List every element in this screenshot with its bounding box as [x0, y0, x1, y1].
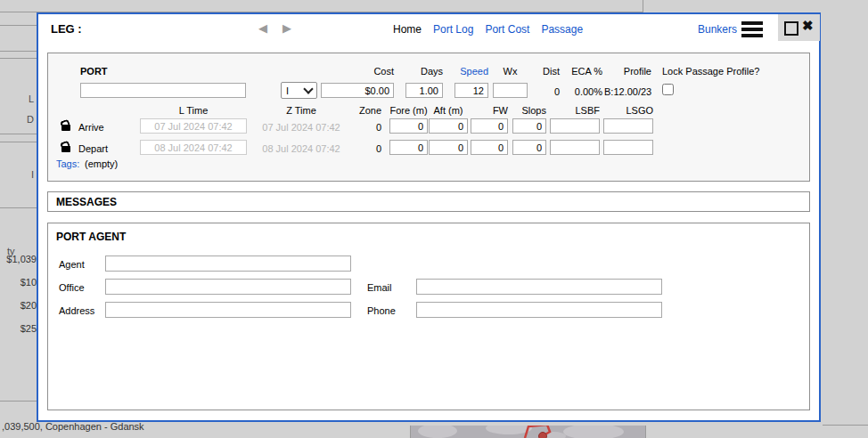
bg-divider — [0, 401, 37, 402]
bg-divider — [0, 51, 37, 52]
arrive-aft-input[interactable] — [429, 118, 468, 134]
arrive-ltime-input[interactable] — [140, 118, 247, 134]
lock-passage-checkbox[interactable] — [662, 84, 674, 95]
messages-section: MESSAGES — [47, 191, 810, 212]
tags-value: (empty) — [85, 158, 118, 169]
port-section: PORT I Cost Days Speed Wx Dist 0 ECA % 0… — [47, 53, 810, 182]
bg-amount: $10 — [0, 277, 37, 288]
bg-divider — [0, 25, 37, 26]
profile-value: B:12.00/23 — [604, 86, 651, 97]
aft-header: Aft (m) — [429, 105, 468, 116]
close-icon[interactable]: ✖ — [802, 18, 814, 34]
address-label: Address — [59, 305, 94, 316]
tags-link[interactable]: Tags: — [56, 158, 79, 169]
bg-divider — [0, 207, 37, 208]
days-label: Days — [405, 66, 443, 77]
port-label: PORT — [80, 66, 108, 77]
messages-title: MESSAGES — [56, 196, 117, 208]
bg-divider — [0, 142, 37, 142]
depart-slops-input[interactable] — [512, 140, 546, 155]
bg-status-text: ,039,500, Copenhagen - Gdansk — [2, 421, 144, 432]
dist-value: 0 — [538, 86, 560, 97]
wx-label: Wx — [493, 66, 528, 77]
depart-fw-input[interactable] — [471, 140, 508, 155]
fw-header: FW — [471, 105, 508, 116]
dialog-nav: Home Port Log Port Cost Passage — [393, 23, 583, 36]
bg-row-label: D — [0, 114, 34, 125]
nav-port-cost-link[interactable]: Port Cost — [485, 23, 529, 36]
bg-amount: $20 — [0, 300, 37, 311]
phone-input[interactable] — [416, 302, 662, 318]
profile-label: Profile — [604, 66, 651, 77]
bg-row-label: I — [0, 169, 34, 180]
arrive-lock-icon[interactable] — [61, 120, 71, 132]
arrive-fw-input[interactable] — [471, 118, 508, 134]
depart-lock-icon[interactable] — [61, 142, 71, 153]
cost-label: Cost — [321, 66, 394, 77]
zone-header: Zone — [355, 105, 381, 116]
bg-divider — [0, 134, 37, 134]
depart-ltime-input[interactable] — [140, 140, 247, 155]
days-input[interactable] — [405, 83, 443, 98]
map-image — [411, 426, 645, 438]
arrive-lsgo-input[interactable] — [603, 118, 653, 134]
window-controls: ✖ — [778, 14, 820, 41]
next-arrow-icon[interactable]: ▶ — [283, 21, 291, 35]
agent-label: Agent — [59, 259, 85, 270]
depart-label: Depart — [78, 143, 108, 154]
port-agent-section: PORT AGENT Agent Office Email Address Ph… — [47, 223, 810, 410]
leg-dialog: LEG : ◀ ▶ Home Port Log Port Cost Passag… — [37, 12, 821, 422]
depart-lsgo-input[interactable] — [603, 140, 653, 155]
chevron-down-icon — [303, 84, 313, 93]
speed-link[interactable]: Speed — [454, 66, 488, 77]
lsbf-header: LSBF — [550, 105, 600, 116]
lsgo-header: LSGO — [603, 105, 653, 116]
arrive-slops-input[interactable] — [512, 118, 546, 134]
depart-ztime-value: 08 Jul 2024 07:42 — [248, 143, 355, 154]
port-input[interactable] — [80, 83, 246, 98]
leg-type-selected: I — [286, 85, 289, 96]
arrive-ztime-value: 07 Jul 2024 07:42 — [248, 122, 355, 133]
bg-divider — [0, 58, 37, 59]
email-label: Email — [367, 282, 392, 293]
nav-bunkers-link[interactable]: Bunkers — [698, 23, 737, 36]
speed-input[interactable] — [454, 83, 488, 98]
agent-input[interactable] — [105, 256, 351, 272]
bg-amount: $1,039 — [0, 254, 37, 264]
dialog-title: LEG : — [51, 22, 82, 36]
bg-amount: $25 — [0, 323, 37, 334]
l-time-header: L Time — [140, 105, 247, 116]
phone-label: Phone — [367, 305, 396, 316]
eca-label: ECA % — [563, 66, 602, 77]
fore-header: Fore (m) — [389, 105, 428, 116]
map-thumbnail — [410, 426, 646, 438]
bg-row-label: L — [0, 93, 34, 104]
slops-header: Slops — [512, 105, 546, 116]
arrive-lsbf-input[interactable] — [550, 118, 600, 134]
cost-input[interactable] — [321, 83, 394, 98]
address-input[interactable] — [105, 302, 351, 318]
depart-aft-input[interactable] — [429, 140, 468, 155]
arrive-fore-input[interactable] — [389, 118, 428, 134]
menu-icon[interactable] — [741, 21, 763, 40]
nav-passage-link[interactable]: Passage — [541, 23, 583, 36]
depart-lsbf-input[interactable] — [550, 140, 600, 155]
prev-arrow-icon[interactable]: ◀ — [258, 21, 267, 35]
port-agent-title: PORT AGENT — [56, 231, 126, 243]
eca-value: 0.00% — [563, 86, 602, 97]
dist-label: Dist — [538, 66, 560, 77]
nav-port-log-link[interactable]: Port Log — [433, 23, 473, 36]
bg-divider — [823, 425, 868, 426]
office-label: Office — [59, 282, 85, 293]
wx-input[interactable] — [493, 83, 528, 98]
lock-passage-label: Lock Passage Profile? — [662, 66, 759, 77]
maximize-icon[interactable] — [784, 21, 798, 36]
office-input[interactable] — [105, 279, 351, 295]
arrive-zone-value: 0 — [355, 122, 381, 133]
leg-type-select[interactable]: I — [281, 82, 317, 99]
nav-home-link[interactable]: Home — [393, 23, 422, 36]
depart-zone-value: 0 — [355, 143, 381, 154]
depart-fore-input[interactable] — [389, 140, 428, 155]
email-input[interactable] — [416, 279, 662, 295]
arrive-label: Arrive — [78, 122, 104, 133]
